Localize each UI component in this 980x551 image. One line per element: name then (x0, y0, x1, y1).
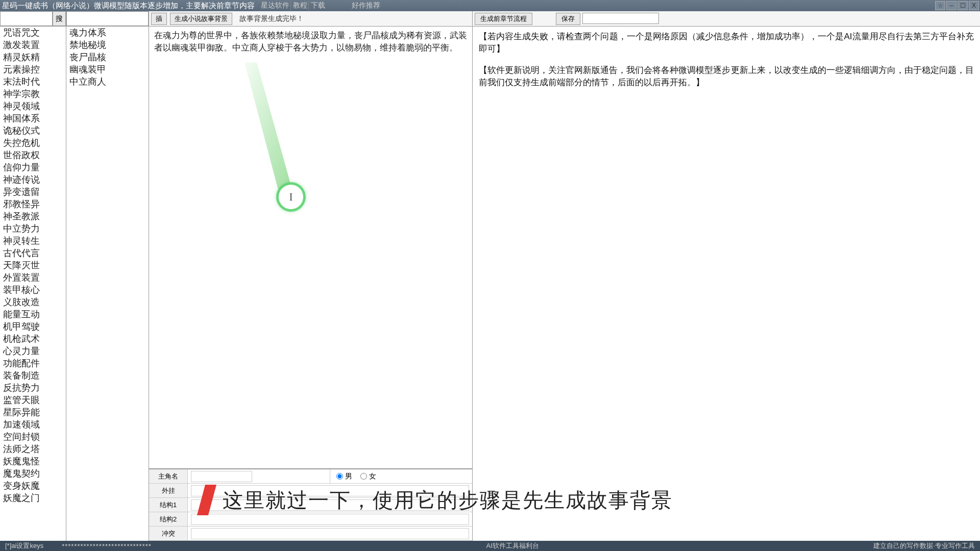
structure2-input[interactable] (191, 514, 469, 525)
star-icon[interactable]: ☆ (935, 1, 945, 10)
left-search-button[interactable]: 搜 (53, 11, 66, 26)
mid-search-input[interactable] (66, 11, 149, 26)
minimize-button[interactable]: – (946, 1, 957, 10)
left-list-item[interactable]: 古代代言 (0, 247, 66, 259)
left-list-item[interactable]: 失控危机 (0, 137, 66, 149)
good-recommend-link[interactable]: 好作推荐 (352, 1, 380, 10)
protagonist-name-input[interactable] (191, 471, 252, 482)
left-list-item[interactable]: 元素操控 (0, 63, 66, 76)
left-list-item[interactable]: 天降灭世 (0, 259, 66, 271)
left-list-item[interactable]: 神国体系 (0, 112, 66, 124)
center-column: 插 生成小说故事背景 故事背景生成完毕！ 在魂力为尊的世界中，各族依赖禁地秘境汲… (149, 11, 473, 541)
left-list-item[interactable]: 神灵转生 (0, 235, 66, 247)
label-plugin: 外挂 (149, 484, 188, 497)
generate-chapter-flow-button[interactable]: 生成前章节流程 (475, 13, 532, 25)
plugin-input[interactable] (191, 485, 469, 496)
left-list-item[interactable]: 加速领域 (0, 418, 66, 431)
character-form: 主角名 男 女 外挂 结构1 结构2 冲突 (149, 469, 472, 541)
left-list-item[interactable]: 机枪武术 (0, 333, 66, 345)
info-paragraph: 【若内容生成失败，请检查两个问题，一个是网络原因（减少信息条件，增加成功率），一… (479, 31, 974, 55)
left-list-item[interactable]: 星际异能 (0, 406, 66, 418)
ai-keys-status[interactable]: [*]ai设置keys (2, 541, 46, 550)
mid-list[interactable]: 魂力体系禁地秘境丧尸晶核幽魂装甲中立商人 (66, 27, 149, 541)
left-list-item[interactable]: 咒语咒文 (0, 27, 66, 39)
mid-column: 魂力体系禁地秘境丧尸晶核幽魂装甲中立商人 (66, 11, 149, 541)
left-list-item[interactable]: 功能配件 (0, 357, 66, 369)
left-list-item[interactable]: 中立势力 (0, 222, 66, 235)
left-list-item[interactable]: 装备制造 (0, 369, 66, 382)
left-list-item[interactable]: 激发装置 (0, 39, 66, 51)
menu-link[interactable]: 教程 (292, 1, 309, 10)
left-list-item[interactable]: 反抗势力 (0, 382, 66, 394)
left-list-item[interactable]: 魔鬼契约 (0, 467, 66, 480)
footer-link-center[interactable]: AI软件工具福利台 (483, 541, 542, 550)
left-list-item[interactable]: 外置装置 (0, 271, 66, 284)
right-column: 生成前章节流程 保存 【若内容生成失败，请检查两个问题，一个是网络原因（减少信息… (473, 11, 980, 541)
right-info-text[interactable]: 【若内容生成失败，请检查两个问题，一个是网络原因（减少信息条件，增加成功率），一… (473, 27, 980, 541)
maximize-button[interactable]: ☐ (958, 1, 968, 10)
left-list-item[interactable]: 空间封锁 (0, 431, 66, 443)
left-search-input[interactable] (0, 11, 53, 26)
mid-list-item[interactable]: 幽魂装甲 (66, 63, 149, 76)
save-button[interactable]: 保存 (556, 13, 580, 25)
left-list[interactable]: 咒语咒文激发装置精灵妖精元素操控末法时代神学宗教神灵领域神国体系诡秘仪式失控危机… (0, 27, 66, 541)
gender-male[interactable]: 男 (336, 472, 352, 481)
mid-list-item[interactable]: 丧尸晶核 (66, 51, 149, 63)
left-list-item[interactable]: 世俗政权 (0, 149, 66, 161)
left-list-item[interactable]: 妖魔之门 (0, 492, 66, 504)
menu-links: 星达软件 教程 下载 (260, 1, 326, 10)
left-list-item[interactable]: 信仰力量 (0, 161, 66, 173)
left-column: 搜 咒语咒文激发装置精灵妖精元素操控末法时代神学宗教神灵领域神国体系诡秘仪式失控… (0, 11, 66, 541)
masked-key: ***************************** (59, 542, 155, 550)
left-list-item[interactable]: 神迹传说 (0, 173, 66, 186)
left-list-item[interactable]: 法师之塔 (0, 443, 66, 455)
generation-status: 故事背景生成完毕！ (235, 14, 304, 23)
footer-link-right[interactable]: 建立自己的写作数据·专业写作工具 (870, 541, 978, 550)
save-name-input[interactable] (582, 13, 659, 24)
left-list-item[interactable]: 神圣教派 (0, 210, 66, 222)
gender-female[interactable]: 女 (360, 472, 376, 481)
left-list-item[interactable]: 能量互动 (0, 308, 66, 320)
mid-list-item[interactable]: 魂力体系 (66, 27, 149, 39)
left-list-item[interactable]: 诡秘仪式 (0, 124, 66, 137)
label-structure1: 结构1 (149, 498, 188, 512)
menu-link[interactable]: 下载 (310, 1, 326, 10)
gender-group: 男 女 (330, 469, 472, 483)
left-list-item[interactable]: 监管天眼 (0, 394, 66, 406)
conflict-input[interactable] (191, 528, 469, 539)
label-conflict: 冲突 (149, 527, 188, 540)
left-list-item[interactable]: 机甲驾驶 (0, 320, 66, 333)
left-list-item[interactable]: 义肢改造 (0, 296, 66, 308)
left-list-item[interactable]: 神学宗教 (0, 88, 66, 100)
left-list-item[interactable]: 神灵领域 (0, 100, 66, 112)
status-bar: [*]ai设置keys ****************************… (0, 541, 980, 551)
structure1-input[interactable] (191, 499, 469, 511)
left-list-item[interactable]: 妖魔鬼怪 (0, 455, 66, 467)
left-list-item[interactable]: 变身妖魔 (0, 480, 66, 492)
left-list-item[interactable]: 心灵力量 (0, 345, 66, 357)
label-structure2: 结构2 (149, 512, 188, 526)
left-list-item[interactable]: 精灵妖精 (0, 51, 66, 63)
main-area: 搜 咒语咒文激发装置精灵妖精元素操控末法时代神学宗教神灵领域神国体系诡秘仪式失控… (0, 11, 980, 541)
left-list-item[interactable]: 装甲核心 (0, 284, 66, 296)
left-list-item[interactable]: 末法时代 (0, 76, 66, 88)
generate-background-button[interactable]: 生成小说故事背景 (170, 13, 232, 25)
close-button[interactable]: X (969, 1, 979, 10)
insert-button[interactable]: 插 (151, 13, 167, 25)
mid-list-item[interactable]: 中立商人 (66, 76, 149, 88)
label-protagonist-name: 主角名 (149, 469, 188, 483)
left-list-item[interactable]: 邪教怪异 (0, 198, 66, 210)
background-text-area[interactable]: 在魂力为尊的世界中，各族依赖禁地秘境汲取力量，丧尸晶核成为稀有资源，武装者以幽魂… (149, 27, 472, 468)
window-title: 星码一键成书（网络小说）微调模型随版本逐步增加，主要解决前章节内容 (2, 1, 255, 11)
left-list-item[interactable]: 异变遗留 (0, 186, 66, 198)
title-bar: 星码一键成书（网络小说）微调模型随版本逐步增加，主要解决前章节内容 星达软件 教… (0, 0, 980, 11)
mid-list-item[interactable]: 禁地秘境 (66, 39, 149, 51)
menu-link[interactable]: 星达软件 (260, 1, 291, 10)
info-paragraph: 【软件更新说明，关注官网新版通告，我们会将各种微调模型逐步更新上来，以改变生成的… (479, 64, 974, 89)
